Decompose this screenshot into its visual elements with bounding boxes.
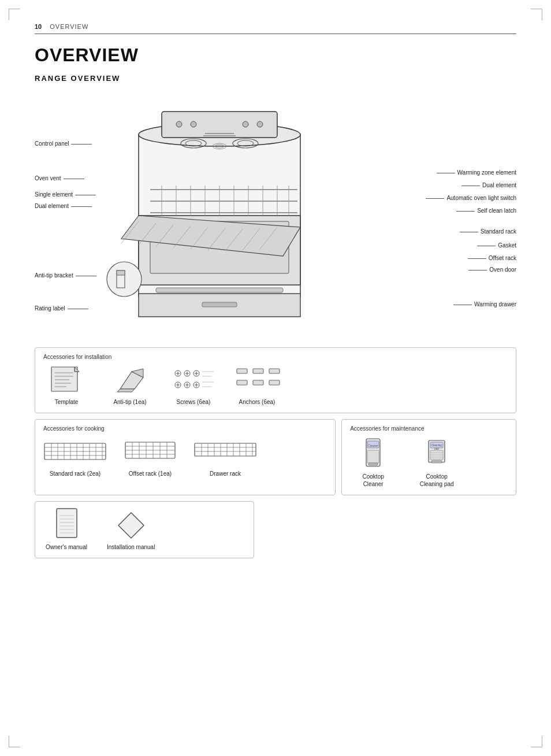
acc-offset-rack-label: Offset rack (1ea) xyxy=(129,470,172,477)
acc-cleaning-pad-label: CooktopCleaning pad xyxy=(420,473,454,488)
cleaning-pad-icon: Cleaning pad xyxy=(425,438,448,469)
acc-item-cleaning-pad: Cleaning pad CooktopCleaning pad xyxy=(414,438,460,488)
svg-rect-35 xyxy=(117,270,125,275)
acc-item-template: Template xyxy=(43,366,90,406)
page: 10 OVERVIEW OVERVIEW RANGE OVERVIEW Cont… xyxy=(0,0,551,756)
acc-item-screws: Screws (6ea) xyxy=(170,366,217,406)
svg-rect-135 xyxy=(367,450,379,463)
svg-point-3 xyxy=(176,121,182,127)
acc-std-rack-label: Standard rack (2ea) xyxy=(50,470,100,477)
corner-mark-tl xyxy=(9,9,20,20)
label-oven-door: Oven door xyxy=(489,266,516,273)
accessories-cooking-box: Accessories for cooking xyxy=(35,419,336,495)
page-header-title: OVERVIEW xyxy=(50,23,88,30)
acc-cleaner-label: CooktopCleaner xyxy=(363,473,384,488)
label-warming-drawer: Warming drawer xyxy=(474,301,516,307)
svg-rect-32 xyxy=(202,302,237,307)
acc-item-std-rack: Standard rack (2ea) xyxy=(43,438,107,477)
svg-rect-30 xyxy=(156,288,283,292)
acc-installation-title: Accessories for installation xyxy=(43,354,508,360)
svg-rect-145 xyxy=(431,461,442,463)
range-diagram: Control panel Oven vent Single element D… xyxy=(35,94,516,337)
label-dual-element-right: Dual element xyxy=(482,182,516,188)
svg-text:Cleaning: Cleaning xyxy=(431,444,442,447)
svg-point-33 xyxy=(107,262,142,297)
standard-rack-icon xyxy=(43,438,107,466)
svg-rect-45 xyxy=(51,367,77,391)
acc-cooking-title: Accessories for cooking xyxy=(43,425,327,432)
screws-icon xyxy=(170,366,217,395)
svg-point-5 xyxy=(243,121,248,127)
acc-item-offset-rack: Offset rack (1ea) xyxy=(124,438,176,477)
svg-point-6 xyxy=(257,121,263,127)
acc-drawer-rack-label: Drawer rack xyxy=(210,470,241,477)
page-number: 10 xyxy=(35,23,42,30)
acc-item-anchors: Anchors (6ea) xyxy=(234,366,280,406)
label-auto-light: Automatic oven light switch xyxy=(446,195,516,201)
accessories-installation-box: Accessories for installation Template xyxy=(35,347,516,413)
page-header: 10 OVERVIEW xyxy=(35,23,516,34)
label-gasket: Gasket xyxy=(498,242,516,249)
svg-rect-146 xyxy=(57,509,77,538)
anchors-icon xyxy=(234,366,280,395)
acc-screws-label: Screws (6ea) xyxy=(177,398,211,406)
svg-rect-136 xyxy=(368,463,378,465)
label-rating: Rating label xyxy=(35,305,65,312)
drawer-rack-icon xyxy=(193,438,257,466)
acc-owners-manual-label: Owner's manual xyxy=(46,543,87,551)
cleaner-icon: Cleaner xyxy=(362,438,385,469)
cooking-maintenance-row: Accessories for cooking xyxy=(35,419,516,495)
diagram-svg xyxy=(92,100,416,325)
template-icon xyxy=(49,366,84,395)
acc-item-owners-manual: Owner's manual xyxy=(43,507,90,551)
label-self-clean: Self clean latch xyxy=(477,207,516,214)
acc-antitip-label: Anti-tip (1ea) xyxy=(113,398,146,406)
label-single-element: Single element xyxy=(35,191,73,198)
antitip-icon xyxy=(114,366,146,395)
label-warming-zone: Warming zone element xyxy=(457,169,516,176)
label-antitip: Anti-tip bracket xyxy=(35,272,73,279)
svg-rect-120 xyxy=(195,443,256,456)
label-offset-rack: Offset rack xyxy=(489,255,516,261)
acc-item-cleaner: Cleaner CooktopCleaner xyxy=(350,438,396,488)
acc-install-manual-label: Installation manual xyxy=(107,543,155,551)
acc-item-antitip: Anti-tip (1ea) xyxy=(107,366,153,406)
svg-text:Cleaner: Cleaner xyxy=(368,444,378,447)
svg-point-4 xyxy=(191,121,196,127)
corner-mark-br xyxy=(531,736,542,747)
acc-cooking-row: Standard rack (2ea) xyxy=(43,438,327,477)
label-dual-element-left: Dual element xyxy=(35,203,69,209)
acc-anchors-label: Anchors (6ea) xyxy=(239,398,276,406)
label-oven-vent: Oven vent xyxy=(35,175,61,181)
offset-rack-icon xyxy=(124,438,176,466)
main-title: OVERVIEW xyxy=(35,45,516,66)
acc-item-drawer-rack: Drawer rack xyxy=(193,438,257,477)
corner-mark-bl xyxy=(9,736,20,747)
manuals-section: Owner's manual Installation manual xyxy=(35,501,516,558)
section-title: RANGE OVERVIEW xyxy=(35,74,516,83)
accessories-installation-section: Accessories for installation Template xyxy=(35,347,516,413)
accessories-maintenance-box: Accessories for maintenance Cleaner Cook… xyxy=(341,419,516,495)
manuals-box: Owner's manual Installation manual xyxy=(35,501,254,558)
install-manual-icon xyxy=(117,511,146,540)
owners-manual-icon xyxy=(54,507,80,540)
acc-maintenance-row: Cleaner CooktopCleaner Cleaning pad xyxy=(350,438,508,488)
manuals-row: Owner's manual Installation manual xyxy=(43,507,245,551)
svg-text:pad: pad xyxy=(434,447,439,450)
acc-maintenance-title: Accessories for maintenance xyxy=(350,425,508,432)
acc-template-label: Template xyxy=(55,398,79,406)
label-standard-rack: Standard rack xyxy=(481,228,516,235)
corner-mark-tr xyxy=(531,9,542,20)
acc-installation-row: Template Anti-tip (1ea) xyxy=(43,366,508,406)
acc-item-install-manual: Installation manual xyxy=(107,511,155,551)
label-control-panel: Control panel xyxy=(35,140,69,147)
